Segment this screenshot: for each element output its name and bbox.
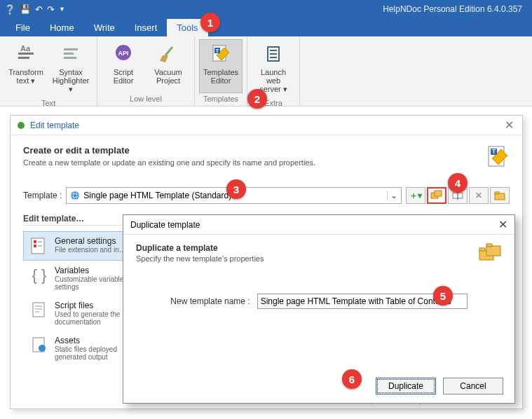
svg-rect-5 — [64, 57, 76, 59]
template-page-icon: T — [486, 145, 510, 169]
transform-icon: Aa — [15, 43, 37, 65]
edit-template-title: Edit template — [30, 121, 502, 130]
callout-1: 1 — [200, 13, 220, 32]
template-label: Template : — [23, 191, 62, 200]
folders-icon — [478, 243, 502, 264]
edit-template-heading: Create or edit a template — [23, 145, 486, 156]
svg-rect-0 — [18, 53, 34, 55]
group-label-extra: Extra — [264, 97, 282, 109]
svg-rect-3 — [64, 48, 78, 50]
svg-rect-24 — [435, 191, 442, 196]
callout-3: 3 — [226, 179, 246, 199]
svg-line-8 — [165, 47, 172, 55]
sidebar-item-scripts[interactable]: Script filesUsed to generate the documen… — [23, 296, 135, 331]
duplicate-template-dialog: Duplicate template ✕ Duplicate a templat… — [123, 214, 515, 404]
undo-icon[interactable]: ↶ — [35, 4, 43, 15]
svg-point-20 — [71, 191, 79, 200]
svg-rect-35 — [33, 303, 44, 317]
sidebar-item-general[interactable]: General settingsFile extension and in… — [23, 231, 135, 261]
group-label-text: Text — [41, 97, 55, 109]
tab-file[interactable]: File — [6, 19, 40, 36]
ribbon-tabs: File Home Write Insert Tools — [0, 18, 532, 36]
title-bar: ❔ 💾 ↶ ↷ ▼ HelpNDoc Personal Edition 6.4.… — [0, 0, 532, 18]
group-label-templates: Templates — [203, 93, 238, 104]
tab-home[interactable]: Home — [40, 19, 84, 36]
svg-point-40 — [39, 345, 46, 352]
vacuum-project-button[interactable]: Vacuum Project — [146, 39, 190, 93]
svg-text:T: T — [492, 148, 496, 155]
edit-template-sub: Create a new template or update an exist… — [23, 158, 486, 167]
callout-4: 4 — [448, 173, 468, 193]
globe-icon — [69, 190, 81, 201]
callout-2: 2 — [247, 89, 267, 109]
save-icon[interactable]: 💾 — [20, 4, 31, 15]
sidebar-item-variables[interactable]: { } VariablesCustomizable variable setti… — [23, 261, 135, 296]
svg-rect-28 — [495, 192, 499, 194]
group-text: Aa Transform text ▾ Syntax Highlighter ▾… — [0, 36, 97, 106]
templates-editor-icon: T — [210, 43, 232, 65]
duplicate-heading: Duplicate a template — [136, 243, 478, 253]
duplicate-dialog-title: Duplicate template — [130, 220, 200, 230]
edit-template-header: Edit template ✕ — [11, 116, 522, 135]
svg-rect-44 — [486, 244, 492, 247]
quick-access-toolbar: ❔ 💾 ↶ ↷ ▼ — [4, 4, 65, 15]
new-template-name-label: New template name : — [170, 296, 250, 306]
chevron-down-icon[interactable]: ⌄ — [387, 191, 400, 200]
script-icon — [29, 301, 49, 320]
svg-text:Aa: Aa — [20, 44, 31, 53]
delete-template-button[interactable]: ✕ — [469, 187, 489, 204]
svg-text:T: T — [216, 48, 219, 54]
svg-text:API: API — [118, 50, 128, 57]
group-lowlevel: API Script Editor Vacuum Project Low lev… — [97, 36, 195, 106]
svg-rect-30 — [34, 240, 36, 243]
qat-dropdown-icon[interactable]: ▼ — [59, 6, 65, 13]
wand-icon — [16, 121, 26, 130]
server-icon — [262, 43, 285, 65]
open-folder-button[interactable] — [490, 187, 510, 204]
duplicate-template-button[interactable] — [427, 187, 446, 204]
template-combo-value: Single page HTML Template (Standard) — [83, 191, 231, 200]
tab-insert[interactable]: Insert — [125, 19, 168, 36]
svg-rect-15 — [270, 57, 277, 58]
svg-rect-13 — [270, 50, 277, 51]
templates-editor-button[interactable]: T Templates Editor — [199, 39, 243, 93]
tab-write[interactable]: Write — [84, 19, 125, 36]
svg-rect-43 — [486, 246, 500, 256]
broom-icon — [157, 43, 179, 65]
edit-template-sidebar: General settingsFile extension and in… {… — [23, 231, 135, 366]
general-settings-icon — [29, 236, 49, 256]
callout-6: 6 — [342, 369, 362, 389]
cancel-button[interactable]: Cancel — [443, 378, 503, 394]
svg-point-16 — [18, 122, 25, 129]
svg-rect-4 — [64, 53, 74, 55]
svg-rect-31 — [34, 245, 36, 247]
app-title: HelpNDoc Personal Edition 6.4.0.357 — [65, 4, 528, 14]
duplicate-sub: Specify the new template's properties — [136, 254, 478, 263]
redo-icon[interactable]: ↷ — [47, 4, 55, 15]
braces-icon: { } — [29, 266, 49, 285]
close-icon[interactable]: ✕ — [502, 118, 517, 132]
sidebar-item-assets[interactable]: AssetsStatic files deployed generated ou… — [23, 331, 135, 366]
assets-icon — [29, 336, 49, 355]
svg-rect-14 — [270, 53, 277, 55]
close-icon[interactable]: ✕ — [498, 218, 507, 231]
help-icon[interactable]: ❔ — [4, 4, 15, 15]
transform-text-button[interactable]: Aa Transform text ▾ — [4, 39, 48, 97]
group-label-lowlevel: Low level — [130, 93, 162, 104]
svg-rect-1 — [18, 57, 29, 59]
callout-5: 5 — [433, 286, 453, 305]
svg-rect-42 — [479, 248, 485, 251]
api-icon: API — [112, 43, 135, 65]
script-editor-button[interactable]: API Script Editor — [102, 39, 145, 93]
add-template-button[interactable]: ＋▾ — [406, 187, 425, 204]
syntax-highlighter-button[interactable]: Syntax Highlighter ▾ — [49, 39, 93, 97]
group-templates: T Templates Editor Templates — [195, 36, 247, 106]
duplicate-button[interactable]: Duplicate — [376, 378, 436, 394]
svg-text:{ }: { } — [32, 266, 47, 284]
syntax-icon — [60, 43, 82, 65]
